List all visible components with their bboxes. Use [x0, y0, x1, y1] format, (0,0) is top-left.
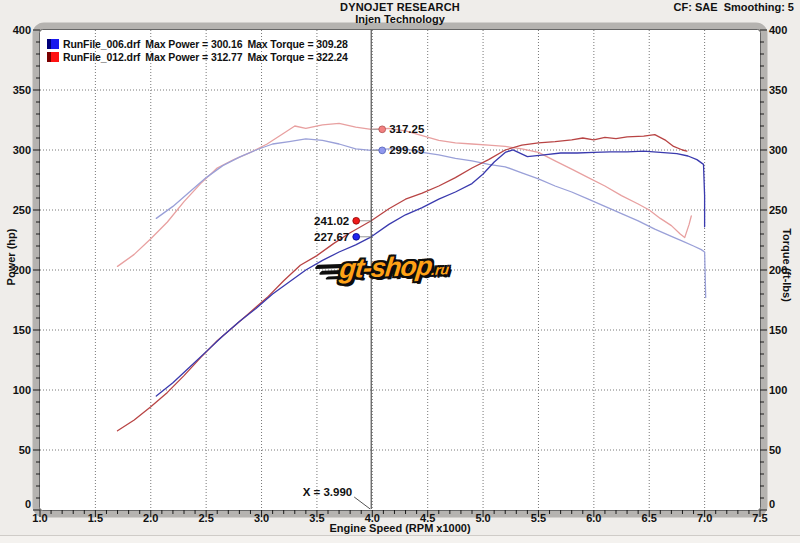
legend: RunFile_006.drf Max Power = 300.16 Max T… — [47, 38, 353, 64]
watermark-text: gt-shop.ru — [338, 250, 451, 285]
legend-file-name: RunFile_012.drf — [63, 51, 140, 63]
readout-dot-torque_red — [379, 126, 386, 133]
svg-text:400: 400 — [13, 24, 31, 36]
svg-text:0: 0 — [769, 498, 775, 510]
watermark-logo: gt-shop.ru — [313, 247, 485, 305]
cursor-readout-power_blue: 227.67 — [314, 230, 349, 242]
window-bottom-strip — [0, 535, 800, 543]
cursor-x-readout: X = 3.990 — [303, 486, 353, 498]
correction-smoothing-label: CF: SAE Smoothing: 5 — [674, 1, 794, 13]
svg-text:1.5: 1.5 — [88, 512, 103, 524]
legend-max-torque: Max Torque = 309.28 — [247, 38, 347, 50]
svg-text:100: 100 — [769, 384, 787, 396]
readout-dot-power_red — [353, 217, 360, 224]
svg-text:350: 350 — [13, 84, 31, 96]
svg-text:350: 350 — [769, 84, 787, 96]
svg-text:150: 150 — [13, 324, 31, 336]
watermark-suffix: .ru — [430, 261, 450, 278]
cursor-readout-torque_blue: 299.69 — [389, 144, 424, 156]
readout-dot-power_blue — [353, 233, 360, 240]
legend-row-runfile-006: RunFile_006.drf Max Power = 300.16 Max T… — [47, 38, 353, 50]
svg-text:2.0: 2.0 — [143, 512, 158, 524]
legend-swatch-red — [47, 52, 59, 62]
cursor-readout-torque_red: 317.25 — [389, 123, 424, 135]
svg-text:400: 400 — [769, 24, 787, 36]
svg-text:50: 50 — [19, 444, 31, 456]
y-axis-title-power: Power (hp) — [5, 207, 17, 307]
legend-file-name: RunFile_006.drf — [63, 38, 140, 50]
x-axis-title: Engine Speed (RPM x1000) — [250, 522, 550, 534]
legend-max-power: Max Power = 300.16 — [145, 38, 242, 50]
svg-text:6.5: 6.5 — [642, 512, 657, 524]
svg-text:50: 50 — [769, 444, 781, 456]
svg-text:100: 100 — [13, 384, 31, 396]
cursor-readout-power_red: 241.02 — [314, 214, 349, 226]
svg-text:150: 150 — [769, 324, 787, 336]
svg-text:6.0: 6.0 — [586, 512, 601, 524]
legend-max-torque: Max Torque = 322.24 — [247, 51, 347, 63]
legend-row-runfile-012: RunFile_012.drf Max Power = 312.77 Max T… — [47, 51, 353, 63]
dyno-chart-window: 0050501001001501502002002502503003003503… — [0, 0, 800, 543]
svg-text:1.0: 1.0 — [32, 512, 47, 524]
svg-text:300: 300 — [13, 144, 31, 156]
svg-text:0: 0 — [25, 498, 31, 510]
svg-text:2.5: 2.5 — [199, 512, 214, 524]
legend-swatch-blue — [47, 39, 59, 49]
svg-text:7.5: 7.5 — [752, 512, 767, 524]
legend-max-power: Max Power = 312.77 — [145, 51, 242, 63]
svg-text:7.0: 7.0 — [697, 512, 712, 524]
page-subtitle: Injen Technology — [0, 13, 800, 25]
readout-dot-torque_blue — [379, 147, 386, 154]
y-axis-title-torque: Torque (ft-lbs) — [781, 205, 793, 325]
watermark-main: gt-shop — [338, 251, 433, 284]
svg-text:300: 300 — [769, 144, 787, 156]
